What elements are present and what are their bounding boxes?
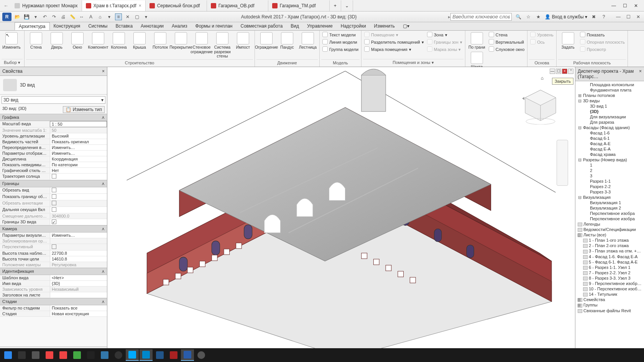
ribbon-button[interactable]: Вертикальный <box>488 39 526 46</box>
property-value[interactable]: Высокий <box>50 133 107 139</box>
property-row[interactable]: Переопределения видим…Изменить… <box>0 145 107 151</box>
exchange-icon[interactable]: ✖ <box>590 13 597 20</box>
property-value[interactable]: Изменить… <box>50 145 107 150</box>
ribbon-button[interactable]: Колонна <box>109 31 129 59</box>
property-row[interactable]: СтадияНовая конструкция <box>0 311 107 317</box>
close-icon[interactable]: × <box>639 69 642 79</box>
property-row[interactable]: Шаблон вида<Нет> <box>0 275 107 281</box>
tree-item[interactable]: Фасад храма <box>576 152 643 157</box>
ribbon-button[interactable]: Окно <box>67 31 87 59</box>
ribbon-button[interactable]: Зона ▾ <box>426 31 463 38</box>
tab-dropdown-button[interactable]: ⌄ <box>341 0 353 11</box>
ribbon-button[interactable]: Слуховое окно <box>488 46 526 53</box>
close-icon[interactable]: × <box>102 69 105 74</box>
close-button[interactable]: ✕ <box>634 3 638 8</box>
tree-item[interactable]: ⊟Листы (все) <box>576 232 643 238</box>
tree-item[interactable]: Для разреза <box>576 120 643 125</box>
property-row[interactable]: Обрезать вид <box>0 187 107 194</box>
undo-icon[interactable]: ↶ <box>41 13 48 20</box>
taskbar-app[interactable] <box>195 349 208 361</box>
tree-item[interactable]: 3 <box>576 173 643 179</box>
tree-item[interactable]: 3D вид 1 <box>576 103 643 109</box>
tree-item[interactable]: ⊞Планы потолков <box>576 93 643 98</box>
taskbar-app[interactable] <box>153 349 166 361</box>
tree-item[interactable]: Разрез 3-3 <box>576 189 643 195</box>
project-browser-header[interactable]: Диспетчер проекта - Храм (Татарс…× <box>575 67 644 81</box>
print-icon[interactable]: 🖨 <box>60 13 67 20</box>
checkbox[interactable] <box>52 188 56 192</box>
tree-item[interactable]: 1 <box>576 162 643 168</box>
property-row[interactable]: Показать невидимые лин…По категории <box>0 162 107 168</box>
property-section-header[interactable]: Идентификация⋏ <box>0 268 107 275</box>
revit-app-button[interactable]: R <box>2 13 12 21</box>
ribbon-tab-modify[interactable]: Изменить <box>370 22 399 30</box>
property-row[interactable]: Имя вида{3D} <box>0 281 107 287</box>
measure-icon[interactable]: 📏 <box>69 13 76 20</box>
ribbon-button[interactable]: Разделитель помещений ▾ <box>363 39 425 46</box>
property-row[interactable]: Заголовок на листе <box>0 292 107 298</box>
property-row[interactable]: Масштаб вида1 : 50 <box>0 121 107 128</box>
tree-item[interactable]: Площадка колокольни <box>576 82 643 87</box>
tree-item[interactable]: Перспективное изобра <box>576 216 643 221</box>
navigation-bar[interactable] <box>557 140 568 186</box>
start-button[interactable] <box>2 349 15 361</box>
tree-item[interactable]: ⊟Фасады (Фасад здания) <box>576 125 643 130</box>
type-selector[interactable]: 3D вид <box>0 76 107 95</box>
view-max-icon[interactable]: ☐ <box>556 69 561 74</box>
property-value[interactable]: ✓ <box>50 219 107 225</box>
search-button-icon[interactable]: 🔍 <box>515 13 522 20</box>
modify-button[interactable]: ↖Изменить <box>2 31 21 59</box>
ribbon-button[interactable]: Пандус <box>277 31 297 59</box>
ribbon-button[interactable]: Дверь <box>47 31 67 59</box>
tree-item[interactable]: ⊟Разрезы (Номер вида) <box>576 157 643 162</box>
home-icon[interactable]: ⌂ <box>541 75 544 81</box>
help-icon[interactable]: ? <box>600 13 607 20</box>
ribbon-button[interactable]: Опорная плоскость <box>579 39 626 46</box>
ribbon-button[interactable]: Линия модели <box>321 39 360 46</box>
view-expand-icon[interactable]: ˄ <box>568 69 573 74</box>
close-inactive-icon[interactable]: ✕ <box>124 13 131 20</box>
properties-header[interactable]: Свойства× <box>0 67 107 76</box>
app-close-button[interactable]: ✕ <box>635 13 642 20</box>
checkbox[interactable] <box>52 174 56 179</box>
tree-item[interactable]: Фасад 1-6 <box>576 130 643 136</box>
tree-item[interactable]: Легенды <box>576 221 643 227</box>
browser-tab[interactable]: Сервисный блок.pdf <box>146 0 207 11</box>
tree-item[interactable]: Визуализация 2 <box>576 205 643 211</box>
new-tab-button[interactable]: + <box>330 0 341 11</box>
tree-item[interactable]: 1 - План 1-ого этажа <box>576 238 643 243</box>
property-value[interactable]: 14610.8 <box>50 256 107 262</box>
property-value[interactable]: <Нет> <box>50 275 107 280</box>
property-row[interactable]: Графический стиль расч…Нет <box>0 168 107 174</box>
view-min-icon[interactable]: — <box>550 69 555 74</box>
tree-item[interactable]: Фундаментная плита <box>576 87 643 93</box>
ribbon-tab-collaborate[interactable]: Совместная работа <box>237 22 287 30</box>
property-row[interactable]: Траектория солнца <box>0 174 107 180</box>
ribbon-tab-structure[interactable]: Конструкция <box>50 22 85 30</box>
tree-item[interactable]: 7 - Разрез 2-2. Узел 2 <box>576 270 643 275</box>
tree-item[interactable]: ⊟Визуализация <box>576 195 643 200</box>
property-row[interactable]: Параметры отображени…Изменить… <box>0 151 107 156</box>
taskbar-app[interactable] <box>84 349 97 361</box>
tree-item[interactable]: Связанные файлы Revit <box>576 308 643 313</box>
checkbox[interactable] <box>52 194 56 199</box>
tree-item[interactable]: Фасад Е-А <box>576 146 643 152</box>
app-minimize-button[interactable]: — <box>615 13 622 20</box>
task-view-button[interactable] <box>29 349 42 361</box>
set-workplane-button[interactable]: Задать <box>558 31 578 59</box>
ribbon-button[interactable]: Лестница <box>298 31 318 59</box>
property-row[interactable]: Фильтр по стадиямПоказать все <box>0 305 107 311</box>
ribbon-button[interactable]: Помещение ▾ <box>363 31 425 38</box>
minimize-button[interactable]: — <box>611 3 616 8</box>
ribbon-tab-manage[interactable]: Управление <box>303 22 337 30</box>
3d-view-canvas[interactable]: — ☐ × ˄ Закрыть <box>107 67 575 358</box>
tree-item[interactable]: ⊟3D виды <box>576 98 643 103</box>
tree-item[interactable]: Визуализация 1 <box>576 200 643 205</box>
browser-tab[interactable]: Храм в г.Татарск.pdf× <box>82 0 146 11</box>
tree-item[interactable]: Разрез 1-1 <box>576 179 643 184</box>
ribbon-button[interactable]: Марка помещения ▾ <box>363 46 425 53</box>
ribbon-tab-architecture[interactable]: Архитектура <box>15 22 50 30</box>
ribbon-tab-massing[interactable]: Формы и генплан <box>192 22 237 30</box>
tree-item[interactable]: ⊞Группы <box>576 302 643 308</box>
ribbon-button[interactable]: Система разрезки стены <box>212 31 232 59</box>
